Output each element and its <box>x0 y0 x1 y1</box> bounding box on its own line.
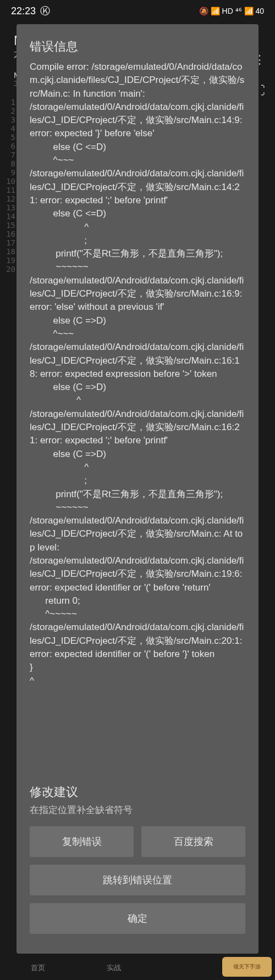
suggestion-title: 修改建议 <box>30 784 245 800</box>
status-icons: 🔕 📶 HD ⁴⁶ 📶 40 <box>199 7 264 15</box>
nav-home[interactable]: 首页 <box>31 963 45 973</box>
status-app-icon: Ⓚ <box>40 4 50 18</box>
nav-practice[interactable]: 实战 <box>107 963 121 973</box>
error-message: Compile error: /storage/emulated/0/Andro… <box>30 60 245 772</box>
status-bar: 22:23 Ⓚ 🔕 📶 HD ⁴⁶ 📶 40 <box>0 0 275 22</box>
error-dialog: 错误信息 Compile error: /storage/emulated/0/… <box>16 24 258 954</box>
copy-error-button[interactable]: 复制错误 <box>30 826 134 857</box>
watermark: 领天下手游 <box>222 957 272 977</box>
goto-error-button[interactable]: 跳转到错误位置 <box>30 865 245 895</box>
dialog-title: 错误信息 <box>30 38 245 55</box>
baidu-search-button[interactable]: 百度搜索 <box>141 826 245 857</box>
status-time: 22:23 <box>11 5 36 17</box>
ok-button[interactable]: 确定 <box>30 903 245 934</box>
suggestion-text: 在指定位置补全缺省符号 <box>30 804 245 816</box>
